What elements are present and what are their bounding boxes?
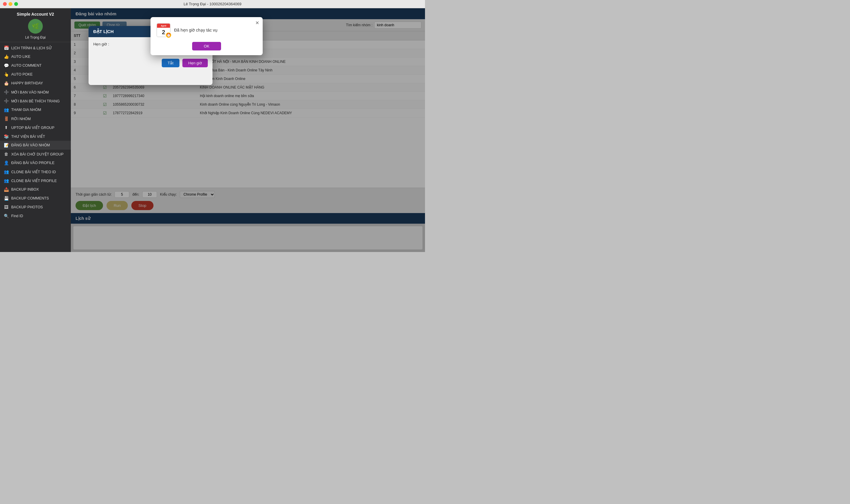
window-title: Lê Trọng Đại - 100026204364069 (184, 2, 241, 6)
sidebar-item-dang-bai-nhom[interactable]: 📝 ĐĂNG BÀI VÀO NHÓM (0, 141, 71, 150)
sidebar-item-clone-id[interactable]: 👥 CLONE BÀI VIẾT THEO ID (0, 167, 71, 176)
sidebar-item-label: RỜI NHÓM (11, 116, 31, 121)
sidebar-item-thu-vien[interactable]: 📚 THƯ VIỆN BÀI VIẾT (0, 132, 71, 141)
leave-icon: 🚪 (3, 116, 9, 121)
sidebar-item-happy-birthday[interactable]: 🎂 HAPPY BIRTHDAY (0, 79, 71, 88)
sidebar-item-label: AUTO POKE (11, 72, 33, 76)
sidebar-item-label: THƯ VIỆN BÀI VIẾT (11, 134, 45, 139)
sidebar-item-label: Find ID (11, 214, 23, 218)
sidebar-item-backup-photos[interactable]: 🖼 BACKUP PHOTOS (0, 203, 71, 212)
comment-icon: 💬 (3, 63, 9, 68)
inbox-icon: 📥 (3, 187, 9, 192)
sidebar-item-roi-nhom[interactable]: 🚪 RỜI NHÓM (0, 114, 71, 123)
close-button[interactable] (3, 2, 7, 6)
sidebar-item-auto-comment[interactable]: 💬 AUTO COMMENT (0, 61, 71, 70)
window-controls[interactable] (3, 2, 18, 6)
notification-modal: ✕ April 2 ⏰ Đã hẹn giờ chạy tác vụ OK (150, 17, 263, 55)
app-container: Simple Account V2 🌿 Lê Trọng Đại 📅 LỊCH … (0, 8, 425, 252)
library-icon: 📚 (3, 134, 9, 139)
add2-icon: ➕ (3, 98, 9, 103)
dat-lich-title: ĐẶT LỊCH (93, 29, 114, 34)
notif-footer: OK (150, 42, 263, 55)
sidebar-item-find-id[interactable]: 🔍 Find ID (0, 212, 71, 220)
hen-gio-label: Hẹn giờ : (93, 42, 109, 46)
sidebar-item-clone-profile[interactable]: 👥 CLONE BÀI VIẾT PROFILE (0, 176, 71, 185)
sidebar-item-label: AUTO LIKE (11, 55, 31, 59)
sidebar-item-label: ĐĂNG BÀI VÀO NHÓM (11, 143, 50, 147)
sidebar-item-label: ĐĂNG BÀI VÀO PROFILE (11, 161, 55, 165)
sidebar-item-label: BACKUP PHOTOS (11, 205, 43, 209)
birthday-icon: 🎂 (3, 81, 9, 86)
sidebar-item-label: XÓA BÀI CHỜ DUYỆT GROUP (11, 152, 64, 156)
clock-badge-icon: ⏰ (165, 32, 172, 38)
sidebar-item-backup-comments[interactable]: 💾 BACKUP COMMENTS (0, 194, 71, 203)
like-icon: 👍 (3, 54, 9, 59)
notif-body: April 2 ⏰ Đã hẹn giờ chạy tác vụ (150, 17, 263, 42)
avatar: 🌿 (28, 19, 43, 34)
delete-icon: 🗑 (3, 152, 9, 156)
dat-lich-modal-footer: Tắt Hẹn giờ (89, 56, 213, 72)
findid-icon: 🔍 (3, 214, 9, 218)
sidebar: Simple Account V2 🌿 Lê Trọng Đại 📅 LỊCH … (0, 8, 71, 252)
tat-button[interactable]: Tắt (162, 59, 179, 67)
sidebar-item-tham-gia-nhom[interactable]: 👥 THAM GIA NHÓM (0, 105, 71, 114)
sidebar-item-label: THAM GIA NHÓM (11, 108, 41, 112)
calendar-badge-icon: April 2 ⏰ (157, 23, 170, 37)
calendar-month: April (157, 24, 170, 28)
sidebar-item-label: MỜI BẠN BÈ THÍCH TRANG (11, 99, 60, 103)
sidebar-item-uptop[interactable]: ⬆ UPTOP BÀI VIẾT GROUP (0, 123, 71, 132)
backup-icon: 💾 (3, 196, 9, 201)
title-bar: Lê Trọng Đại - 100026204364069 (0, 0, 425, 8)
sidebar-item-label: CLONE BÀI VIẾT PROFILE (11, 179, 57, 183)
poke-icon: 👆 (3, 72, 9, 77)
sidebar-item-moi-ban-thich[interactable]: ➕ MỜI BẠN BÈ THÍCH TRANG (0, 96, 71, 105)
sidebar-item-label: AUTO COMMENT (11, 64, 42, 68)
group-icon: 👥 (3, 107, 9, 112)
sidebar-item-label: LỊCH TRÌNH & LỊCH SỬ (11, 46, 52, 50)
sidebar-header: Simple Account V2 🌿 Lê Trọng Đại (0, 8, 71, 42)
clone2-icon: 👥 (3, 178, 9, 183)
sidebar-item-label: CLONE BÀI VIẾT THEO ID (11, 170, 56, 174)
app-name: Simple Account V2 (2, 12, 69, 17)
photos-icon: 🖼 (3, 205, 9, 210)
hen-gio-button[interactable]: Hẹn giờ (182, 59, 208, 67)
notification-text: Đã hẹn giờ chạy tác vụ (174, 28, 218, 33)
uptop-icon: ⬆ (3, 125, 9, 130)
maximize-button[interactable] (14, 2, 18, 6)
clone-icon: 👥 (3, 169, 9, 174)
ok-button[interactable]: OK (192, 42, 221, 51)
sidebar-nav: 📅 LỊCH TRÌNH & LỊCH SỬ 👍 AUTO LIKE 💬 AUT… (0, 42, 71, 252)
sidebar-item-auto-poke[interactable]: 👆 AUTO POKE (0, 70, 71, 79)
notif-close-button[interactable]: ✕ (255, 20, 259, 26)
sidebar-item-auto-like[interactable]: 👍 AUTO LIKE (0, 52, 71, 61)
add-icon: ➕ (3, 90, 9, 94)
sidebar-item-lich-trinh[interactable]: 📅 LỊCH TRÌNH & LỊCH SỬ (0, 43, 71, 52)
sidebar-item-dang-bai-profile[interactable]: 👤 ĐĂNG BÀI VÀO PROFILE (0, 159, 71, 167)
sidebar-username: Lê Trọng Đại (2, 35, 69, 39)
sidebar-item-label: HAPPY BIRTHDAY (11, 81, 43, 85)
post-icon: 📝 (3, 143, 9, 147)
sidebar-item-label: BACKUP COMMENTS (11, 196, 49, 200)
profile-icon: 👤 (3, 161, 9, 165)
sidebar-item-label: MỜI BẠN VÀO NHÓM (11, 90, 49, 94)
minimize-button[interactable] (8, 2, 13, 6)
sidebar-item-backup-inbox[interactable]: 📥 BACKUP INBOX (0, 185, 71, 194)
sidebar-item-moi-ban-nhom[interactable]: ➕ MỜI BẠN VÀO NHÓM (0, 88, 71, 96)
sidebar-item-label: UPTOP BÀI VIẾT GROUP (11, 125, 54, 130)
calendar-icon: 📅 (3, 46, 9, 50)
main-content: Đăng bài vào nhóm Quét nhóm Chọn từ... T… (71, 8, 425, 252)
sidebar-item-label: BACKUP INBOX (11, 187, 39, 192)
sidebar-item-xoa-bai[interactable]: 🗑 XÓA BÀI CHỜ DUYỆT GROUP (0, 150, 71, 159)
